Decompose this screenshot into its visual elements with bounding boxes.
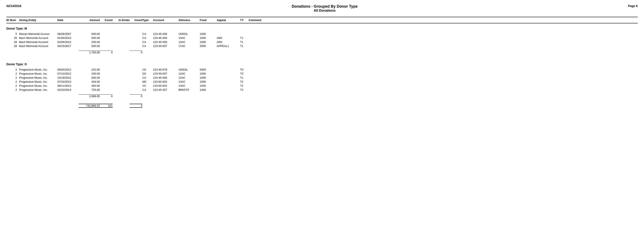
cell-stimulus: 12AC <box>178 76 200 79</box>
cell-count1 <box>100 32 112 36</box>
cell-amount: 250.00 <box>78 40 100 44</box>
cell-fund: 2000 <box>200 44 217 48</box>
cell-type: CA <box>142 36 153 40</box>
grand-total-count2: 3 <box>130 104 142 108</box>
cell-giving: Mozart Memorial Accoun <box>19 32 57 36</box>
cell-idnum: 2 <box>6 88 19 92</box>
subtotal-giving <box>19 94 57 98</box>
cell-type: CA <box>142 76 153 79</box>
cell-fund: 1000 <box>200 32 217 36</box>
grand-total-date <box>57 104 78 108</box>
cell-idnum: 2 <box>6 84 19 87</box>
cell-ty: TC <box>240 68 248 71</box>
subtotal-count2: 0 <box>130 94 142 98</box>
cell-inkinds <box>112 84 130 87</box>
col-header-count2: Count <box>130 18 142 22</box>
col-header-date: Date <box>57 18 78 22</box>
cell-comment <box>248 84 280 87</box>
cell-comment <box>248 32 280 36</box>
cell-stimulus: UNSOL <box>178 32 200 36</box>
cell-type: CA <box>142 44 153 48</box>
cell-giving: Progressive Music, Inc. <box>19 84 57 87</box>
cell-appeal <box>217 84 240 87</box>
cell-ty: T1 <box>240 44 248 48</box>
cell-account: 123-45-456 <box>153 32 178 36</box>
cell-giving: Progressive Music, Inc. <box>19 76 57 79</box>
table-row: 2 Progressive Music, Inc. 05/03/2012 222… <box>6 68 638 72</box>
cell-ty <box>240 32 248 36</box>
cell-giving: Progressive Music, Inc. <box>19 80 57 83</box>
cell-account: 123-45-456 <box>153 76 178 79</box>
subtotal-row-0: 1,750.00 4 0 <box>6 50 638 55</box>
cell-stimulus: 13AC <box>178 36 200 40</box>
report-title-line1: Donations - Grouped By Donor Type <box>21 4 628 9</box>
cell-date: 10/19/2012 <box>57 76 78 79</box>
cell-date: 02/04/2013 <box>57 40 78 44</box>
cell-account: 123-60-932 <box>153 84 178 87</box>
grand-total-inkinds <box>112 104 130 108</box>
cell-comment <box>248 44 280 48</box>
col-header-giving: Giving Entity <box>19 18 57 22</box>
cell-appeal <box>217 80 240 83</box>
report-date: 02/14/2018 <box>6 4 21 8</box>
cell-type: DC <box>142 72 153 75</box>
col-header-comment: Comment <box>248 18 280 22</box>
cell-account: 123-45-678 <box>153 68 178 71</box>
cell-inkinds <box>112 76 130 79</box>
cell-ty: T2 <box>240 88 248 92</box>
subtotal-count1: 4 <box>100 50 112 54</box>
cell-account: 123-45-457 <box>153 88 178 92</box>
cell-stimulus: BRKFST <box>178 88 200 92</box>
cell-fund: 1000 <box>200 88 217 92</box>
cell-stimulus: 13AC <box>178 40 200 44</box>
subtotal-giving <box>19 50 57 54</box>
cell-giving: Bach Memorial Account <box>19 40 57 44</box>
cell-count1 <box>100 44 112 48</box>
cell-stimulus: 17AC <box>178 44 200 48</box>
cell-inkinds <box>112 40 130 44</box>
cell-amount: 725.00 <box>78 88 100 92</box>
cell-idnum: 2 <box>6 72 19 75</box>
cell-count2 <box>130 40 142 44</box>
cell-inkinds <box>112 32 130 36</box>
col-header-ty: TY <box>240 18 248 22</box>
cell-appeal <box>217 88 240 92</box>
cell-fund: 1000 <box>200 76 217 79</box>
subtotal-idnum <box>6 94 19 98</box>
cell-amount: 230.00 <box>78 72 100 75</box>
cell-comment <box>248 68 280 71</box>
cell-comment <box>248 76 280 79</box>
cell-date: 05/03/2012 <box>57 68 78 71</box>
cell-idnum: 28 <box>6 40 19 44</box>
cell-comment <box>248 40 280 44</box>
cell-count1 <box>100 36 112 40</box>
subtotal-inkinds <box>112 94 130 98</box>
cell-amount: 500.00 <box>78 36 100 40</box>
cell-fund: 1000 <box>200 40 217 44</box>
subtotal-date <box>57 50 78 54</box>
cell-date: 04/15/2017 <box>57 44 78 48</box>
cell-idnum: 28 <box>6 36 19 40</box>
cell-count2 <box>130 80 142 83</box>
cell-account: 123-60-932 <box>153 80 178 83</box>
subtotal-inkinds <box>112 50 130 54</box>
cell-count1 <box>100 72 112 75</box>
cell-giving: Progressive Music, Inc. <box>19 88 57 92</box>
col-header-stimulus: Stimulus <box>178 18 200 22</box>
cell-comment <box>248 88 280 92</box>
col-header-fund: Fund <box>200 18 217 22</box>
cell-inkinds <box>112 88 130 92</box>
cell-count2 <box>130 36 142 40</box>
cell-count1 <box>100 68 112 71</box>
cell-amount: 434.00 <box>78 80 100 83</box>
cell-appeal <box>217 76 240 79</box>
col-header-count1: Count <box>100 18 112 22</box>
section-title-1: Donor Type: O <box>6 62 638 66</box>
grand-total-giving <box>19 104 57 108</box>
table-row: 28 Bach Memorial Account 04/15/2017 500.… <box>6 44 638 48</box>
cell-giving: Bach Memorial Account <box>19 36 57 40</box>
report-title-line2: All Donations <box>21 9 628 12</box>
subtotal-count2: 0 <box>130 50 142 54</box>
cell-idnum: 2 <box>6 80 19 83</box>
subtotal-row-1: 2,896.00 6 0 <box>6 94 638 99</box>
